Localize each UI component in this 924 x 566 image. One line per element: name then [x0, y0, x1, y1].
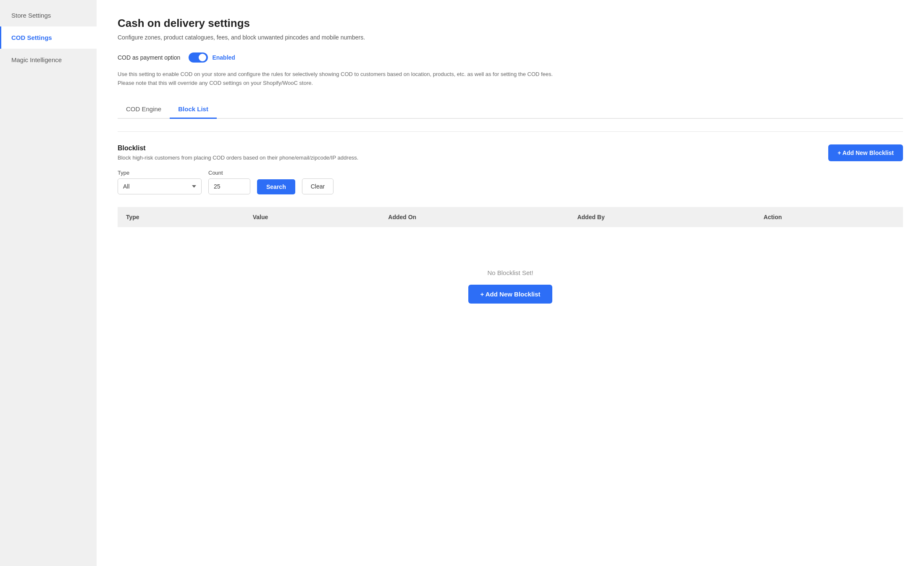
tab-cod-engine[interactable]: COD Engine — [118, 100, 170, 119]
page-title: Cash on delivery settings — [118, 17, 903, 30]
blocklist-header-text: Blocklist Block high-risk customers from… — [118, 144, 358, 161]
col-added-on: Added On — [380, 207, 569, 227]
section-divider — [118, 131, 903, 132]
blocklist-section-header: Blocklist Block high-risk customers from… — [118, 144, 903, 161]
col-added-by: Added By — [569, 207, 755, 227]
cod-description: Use this setting to enable COD on your s… — [118, 70, 563, 88]
search-button[interactable]: Search — [257, 179, 295, 194]
col-action: Action — [755, 207, 903, 227]
empty-state: No Blocklist Set! + Add New Blocklist — [118, 244, 903, 329]
count-filter-label: Count — [208, 170, 250, 176]
tab-block-list[interactable]: Block List — [170, 100, 217, 119]
add-new-blocklist-button[interactable]: + Add New Blocklist — [828, 144, 903, 161]
sidebar-item-cod-settings[interactable]: COD Settings — [0, 26, 97, 49]
table-header-row: TypeValueAdded OnAdded ByAction — [118, 207, 903, 227]
toggle-container: Enabled — [189, 52, 235, 63]
cod-payment-option-row: COD as payment option Enabled — [118, 52, 903, 63]
type-filter-group: Type AllPhoneEmailZipcodeIP Address — [118, 170, 202, 194]
blocklist-description: Block high-risk customers from placing C… — [118, 155, 358, 161]
add-new-blocklist-empty-button[interactable]: + Add New Blocklist — [468, 285, 552, 304]
cod-payment-label: COD as payment option — [118, 54, 180, 61]
col-type: Type — [118, 207, 244, 227]
cod-toggle[interactable] — [189, 52, 208, 63]
table-head: TypeValueAdded OnAdded ByAction — [118, 207, 903, 227]
sidebar-item-magic-intelligence[interactable]: Magic Intelligence — [0, 49, 97, 71]
toggle-status: Enabled — [212, 54, 235, 61]
main-content: Cash on delivery settings Configure zone… — [97, 0, 924, 566]
col-value: Value — [244, 207, 380, 227]
sidebar-item-store-settings[interactable]: Store Settings — [0, 4, 97, 26]
clear-button[interactable]: Clear — [302, 178, 333, 194]
tabs: COD Engine Block List — [118, 100, 903, 119]
filter-row: Type AllPhoneEmailZipcodeIP Address Coun… — [118, 170, 903, 194]
blocklist-title: Blocklist — [118, 144, 358, 152]
page-subtitle: Configure zones, product catalogues, fee… — [118, 34, 903, 41]
count-filter-input[interactable] — [208, 178, 250, 194]
type-filter-select[interactable]: AllPhoneEmailZipcodeIP Address — [118, 178, 202, 194]
empty-message: No Blocklist Set! — [487, 269, 533, 276]
type-filter-label: Type — [118, 170, 202, 176]
count-filter-group: Count — [208, 170, 250, 194]
sidebar: Store SettingsCOD SettingsMagic Intellig… — [0, 0, 97, 566]
blocklist-table: TypeValueAdded OnAdded ByAction — [118, 207, 903, 227]
